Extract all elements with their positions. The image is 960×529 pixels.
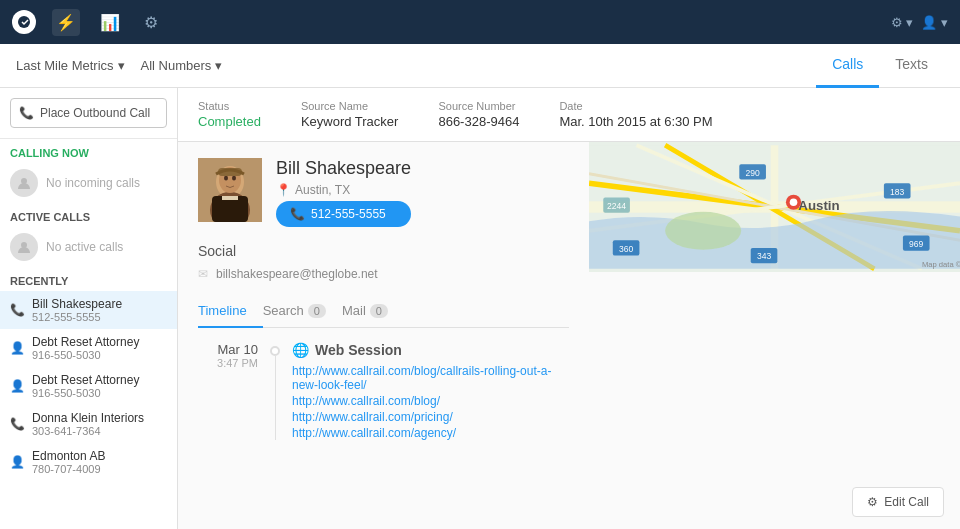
svg-text:Map data ©: Map data © bbox=[922, 260, 960, 269]
svg-text:360: 360 bbox=[619, 244, 634, 254]
recent-list: 📞 Bill Shakespeare 512-555-5555 👤 Debt R… bbox=[0, 291, 177, 529]
settings-btn[interactable]: ⚙ ▾ bbox=[891, 15, 914, 30]
gear-icon[interactable]: ⚙ bbox=[140, 9, 162, 36]
social-section: Social ✉ billshakespeare@theglobe.net bbox=[198, 243, 569, 281]
map-svg: Austin 2244 290 183 969 bbox=[589, 142, 960, 272]
recent-item-1[interactable]: 👤 Debt Reset Attorney 916-550-5030 bbox=[0, 329, 177, 367]
all-numbers-label: All Numbers bbox=[141, 58, 212, 73]
date-value: Mar. 10th 2015 at 6:30 PM bbox=[559, 114, 712, 129]
recent-item-info-3: Donna Klein Interiors 303-641-7364 bbox=[32, 411, 167, 437]
source-number-group: Source Number 866-328-9464 bbox=[438, 100, 519, 129]
svg-text:2244: 2244 bbox=[607, 201, 626, 211]
top-nav: ⚡ 📊 ⚙ ⚙ ▾ 👤 ▾ bbox=[0, 0, 960, 44]
person-phone-button[interactable]: 📞 512-555-5555 bbox=[276, 201, 411, 227]
content-area: Status Completed Source Name Keyword Tra… bbox=[178, 88, 960, 529]
detail-area: Bill Shakespeare 📍 Austin, TX 📞 512-555-… bbox=[178, 142, 960, 529]
timeline-link-1[interactable]: http://www.callrail.com/blog/ bbox=[292, 394, 569, 408]
chart-icon[interactable]: 📊 bbox=[96, 9, 124, 36]
user-btn[interactable]: 👤 ▾ bbox=[921, 15, 948, 30]
tab-timeline[interactable]: Timeline bbox=[198, 295, 263, 328]
detail-tabs: Timeline Search 0 Mail 0 bbox=[198, 295, 569, 328]
person-card: Bill Shakespeare 📍 Austin, TX 📞 512-555-… bbox=[198, 158, 569, 227]
web-session-icon: 🌐 bbox=[292, 342, 309, 358]
metrics-dropdown[interactable]: Last Mile Metrics ▾ bbox=[16, 58, 125, 73]
tab-search[interactable]: Search 0 bbox=[263, 295, 342, 328]
map-area: Austin 2244 290 183 969 bbox=[589, 142, 960, 529]
timeline-link-3[interactable]: http://www.callrail.com/agency/ bbox=[292, 426, 569, 440]
timeline-line bbox=[275, 356, 276, 440]
person-photo bbox=[198, 158, 262, 222]
top-nav-right: ⚙ ▾ 👤 ▾ bbox=[891, 15, 948, 30]
timeline-connector bbox=[270, 342, 280, 440]
recent-item-4[interactable]: 👤 Edmonton AB 780-707-4009 bbox=[0, 443, 177, 481]
person-icon-1: 👤 bbox=[10, 341, 24, 355]
sidebar-top: 📞 Place Outbound Call bbox=[0, 88, 177, 139]
recent-item-2[interactable]: 👤 Debt Reset Attorney 916-550-5030 bbox=[0, 367, 177, 405]
call-icon-0: 📞 bbox=[10, 303, 24, 317]
recent-item-3[interactable]: 📞 Donna Klein Interiors 303-641-7364 bbox=[0, 405, 177, 443]
svg-point-7 bbox=[224, 176, 228, 181]
timeline-date: Mar 10 3:47 PM bbox=[198, 342, 258, 440]
svg-point-20 bbox=[665, 212, 741, 250]
recent-item-info-0: Bill Shakespeare 512-555-5555 bbox=[32, 297, 167, 323]
active-avatar bbox=[10, 233, 38, 261]
recent-item-info-4: Edmonton AB 780-707-4009 bbox=[32, 449, 167, 475]
svg-text:Austin: Austin bbox=[798, 198, 839, 213]
date-group: Date Mar. 10th 2015 at 6:30 PM bbox=[559, 100, 712, 129]
sidebar: 📞 Place Outbound Call CALLING NOW No inc… bbox=[0, 88, 178, 529]
person-icon-2: 👤 bbox=[10, 379, 24, 393]
main-tabs: Calls Texts bbox=[816, 44, 944, 88]
timeline-links: http://www.callrail.com/blog/callrails-r… bbox=[292, 364, 569, 440]
all-numbers-dropdown[interactable]: All Numbers ▾ bbox=[141, 58, 223, 73]
detail-left: Bill Shakespeare 📍 Austin, TX 📞 512-555-… bbox=[178, 142, 589, 529]
call-icon-3: 📞 bbox=[10, 417, 24, 431]
person-info: Bill Shakespeare 📍 Austin, TX 📞 512-555-… bbox=[276, 158, 411, 227]
source-number-value: 866-328-9464 bbox=[438, 114, 519, 129]
svg-rect-11 bbox=[222, 196, 238, 200]
svg-point-8 bbox=[232, 176, 236, 181]
tab-mail[interactable]: Mail 0 bbox=[342, 295, 404, 328]
calling-now-label: CALLING NOW bbox=[0, 139, 177, 163]
source-name-value: Keyword Tracker bbox=[301, 114, 399, 129]
timeline-dot bbox=[270, 346, 280, 356]
svg-text:290: 290 bbox=[745, 168, 760, 178]
recent-item-info-2: Debt Reset Attorney 916-550-5030 bbox=[32, 373, 167, 399]
recently-label: RECENTLY bbox=[0, 267, 177, 291]
timeline-type: 🌐 Web Session bbox=[292, 342, 569, 358]
person-location: 📍 Austin, TX bbox=[276, 183, 411, 197]
svg-text:969: 969 bbox=[909, 239, 924, 249]
no-incoming-calls: No incoming calls bbox=[0, 163, 177, 203]
person-icon-4: 👤 bbox=[10, 455, 24, 469]
lightning-icon[interactable]: ⚡ bbox=[52, 9, 80, 36]
source-name-group: Source Name Keyword Tracker bbox=[301, 100, 399, 129]
recent-item-0[interactable]: 📞 Bill Shakespeare 512-555-5555 bbox=[0, 291, 177, 329]
incoming-avatar bbox=[10, 169, 38, 197]
timeline-content: 🌐 Web Session http://www.callrail.com/bl… bbox=[292, 342, 569, 440]
main-layout: 📞 Place Outbound Call CALLING NOW No inc… bbox=[0, 88, 960, 529]
timeline-link-0[interactable]: http://www.callrail.com/blog/callrails-r… bbox=[292, 364, 569, 392]
logo[interactable] bbox=[12, 10, 36, 34]
location-icon: 📍 bbox=[276, 183, 291, 197]
social-email: ✉ billshakespeare@theglobe.net bbox=[198, 267, 569, 281]
second-nav: Last Mile Metrics ▾ All Numbers ▾ Calls … bbox=[0, 44, 960, 88]
no-active-calls: No active calls bbox=[0, 227, 177, 267]
timeline-item-0: Mar 10 3:47 PM 🌐 Web Session bbox=[198, 342, 569, 440]
svg-text:183: 183 bbox=[890, 187, 905, 197]
status-bar: Status Completed Source Name Keyword Tra… bbox=[178, 88, 960, 142]
tab-texts[interactable]: Texts bbox=[879, 44, 944, 88]
phone-icon: 📞 bbox=[19, 106, 34, 120]
timeline-link-2[interactable]: http://www.callrail.com/pricing/ bbox=[292, 410, 569, 424]
timeline-section: Mar 10 3:47 PM 🌐 Web Session bbox=[198, 342, 569, 440]
map-container: Austin 2244 290 183 969 bbox=[589, 142, 960, 272]
mail-badge: 0 bbox=[370, 304, 388, 318]
tab-calls[interactable]: Calls bbox=[816, 44, 879, 88]
edit-call-button[interactable]: ⚙ Edit Call bbox=[852, 487, 944, 517]
place-outbound-call-button[interactable]: 📞 Place Outbound Call bbox=[10, 98, 167, 128]
svg-text:343: 343 bbox=[757, 251, 772, 261]
recent-item-info-1: Debt Reset Attorney 916-550-5030 bbox=[32, 335, 167, 361]
search-badge: 0 bbox=[308, 304, 326, 318]
edit-icon: ⚙ bbox=[867, 495, 878, 509]
email-icon: ✉ bbox=[198, 267, 208, 281]
metrics-label: Last Mile Metrics bbox=[16, 58, 114, 73]
social-title: Social bbox=[198, 243, 569, 259]
